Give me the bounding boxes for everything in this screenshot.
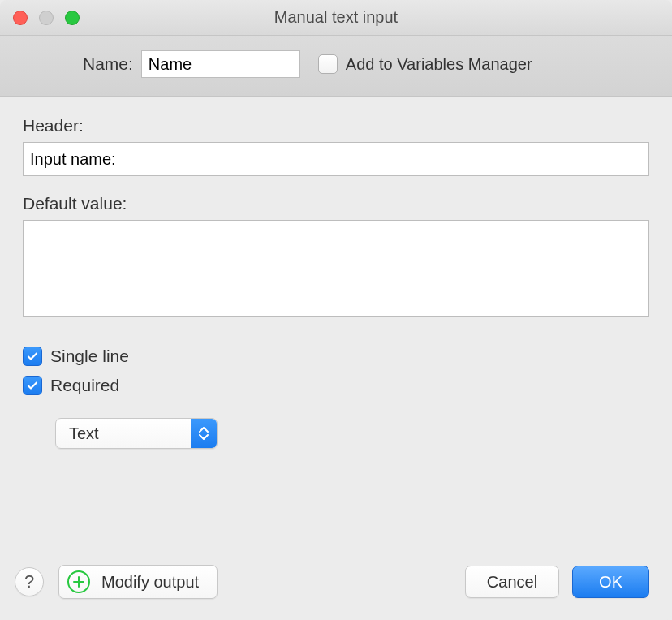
check-icon: [26, 350, 39, 363]
required-row[interactable]: Required: [23, 376, 649, 395]
window-controls: [0, 11, 80, 25]
minimize-icon[interactable]: [39, 11, 54, 25]
footer: ? Modify output Cancel OK: [0, 553, 672, 620]
name-input[interactable]: [141, 50, 300, 78]
single-line-row[interactable]: Single line: [23, 347, 649, 366]
add-to-vars-label: Add to Variables Manager: [346, 55, 532, 74]
plus-icon: [67, 570, 90, 593]
header-bar: Name: Add to Variables Manager: [0, 36, 672, 97]
type-select[interactable]: Text: [55, 418, 218, 449]
help-button[interactable]: ?: [15, 567, 44, 596]
header-field-input[interactable]: [23, 142, 649, 176]
close-icon[interactable]: [13, 11, 28, 25]
cancel-button[interactable]: Cancel: [465, 566, 559, 598]
help-label: ?: [24, 571, 34, 592]
single-line-checkbox[interactable]: [23, 347, 42, 366]
maximize-icon[interactable]: [65, 11, 80, 25]
stepper-arrows-icon: [191, 419, 217, 448]
chevron-up-icon: [199, 427, 209, 433]
titlebar: Manual text input: [0, 0, 672, 36]
default-value-label: Default value:: [23, 194, 649, 213]
modify-output-button[interactable]: Modify output: [58, 565, 218, 599]
required-checkbox[interactable]: [23, 376, 42, 395]
ok-button[interactable]: OK: [572, 566, 649, 598]
window-title: Manual text input: [0, 8, 672, 27]
check-icon: [26, 379, 39, 392]
default-value-input[interactable]: [23, 220, 649, 317]
add-to-vars-checkbox[interactable]: [318, 54, 338, 74]
single-line-label: Single line: [50, 347, 129, 366]
dialog-window: Manual text input Name: Add to Variables…: [0, 0, 672, 620]
name-label: Name:: [83, 54, 133, 74]
chevron-down-icon: [199, 434, 209, 440]
type-select-wrap[interactable]: Text: [55, 418, 218, 449]
header-field-label: Header:: [23, 116, 649, 136]
modify-output-label: Modify output: [101, 573, 199, 592]
add-to-vars-row[interactable]: Add to Variables Manager: [318, 54, 532, 74]
required-label: Required: [50, 376, 119, 395]
type-select-value: Text: [69, 424, 99, 443]
body-area: Header: Default value: Single line Requi…: [0, 97, 672, 553]
